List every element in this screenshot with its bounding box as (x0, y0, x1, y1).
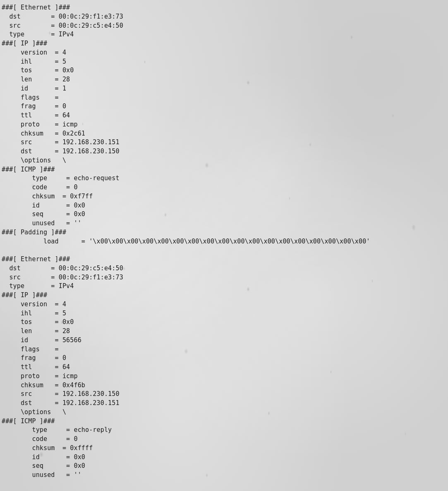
ip2-tos-value: 0x0 (62, 318, 74, 326)
eth1-type-label: type (9, 31, 24, 38)
eth1-dst-label: dst (9, 13, 21, 20)
eth1-dst-value: 00:0c:29:f1:e3:73 (59, 13, 123, 20)
icmp1-code-label: code (32, 184, 47, 191)
ip1-id-label: id (21, 85, 28, 92)
icmp1-chksum-label: chksum (32, 193, 55, 200)
ip2-len-value: 28 (62, 327, 70, 335)
eth2-type-value: IPv4 (59, 282, 74, 290)
icmp1-id-label: id (32, 202, 39, 209)
padding1-header: ###[ Padding ]### (2, 229, 66, 236)
ip2-chksum-label: chksum (21, 381, 43, 389)
ip2-dst-label: dst (21, 399, 32, 407)
eth2-dst-label: dst (9, 265, 21, 272)
ip2-options-label: \options (21, 408, 51, 416)
eth1-src-value: 00:0c:29:c5:e4:50 (59, 22, 123, 29)
ip1-version-value: 4 (62, 49, 66, 56)
icmp2-code-label: code (32, 435, 47, 443)
ip2-ttl-value: 64 (62, 363, 70, 371)
ip2-proto-value: icmp (62, 372, 78, 380)
eth1-header: ###[ Ethernet ]### (2, 4, 70, 11)
ip1-header: ###[ IP ]### (2, 40, 47, 47)
ip1-options-value: \ (62, 157, 66, 164)
icmp2-chksum-label: chksum (32, 444, 55, 452)
ip2-version-value: 4 (62, 300, 66, 308)
icmp2-seq-label: seq (32, 462, 43, 470)
eth2-header: ###[ Ethernet ]### (2, 255, 70, 263)
padding1-load-label: load (43, 238, 59, 245)
icmp1-id-value: 0x0 (74, 202, 85, 209)
eth2-src-label: src (9, 274, 21, 281)
ip1-chksum-value: 0x2c61 (62, 130, 85, 137)
ip1-options-label: \options (21, 157, 51, 164)
ip2-options-value: \ (62, 408, 66, 416)
ip2-src-value: 192.168.230.150 (62, 390, 120, 398)
eth2-type-label: type (9, 282, 24, 290)
icmp1-unused-label: unused (32, 219, 55, 227)
ip1-len-value: 28 (62, 76, 70, 83)
ip1-len-label: len (21, 76, 32, 83)
ip2-frag-value: 0 (62, 354, 66, 362)
icmp2-id-value: 0x0 (74, 453, 85, 461)
icmp1-type-value: echo-request (74, 174, 119, 182)
icmp1-seq-value: 0x0 (74, 210, 85, 218)
ip2-version-label: version (21, 300, 47, 308)
icmp1-code-value: 0 (74, 184, 77, 191)
ip1-version-label: version (21, 49, 47, 56)
ip2-header: ###[ IP ]### (2, 291, 47, 299)
eth2-src-value: 00:0c:29:f1:e3:73 (59, 274, 123, 281)
icmp2-type-label: type (32, 426, 47, 434)
ip1-chksum-label: chksum (21, 130, 43, 137)
icmp1-chksum-value: 0xf7ff (70, 193, 93, 200)
ip2-id-label: id (21, 336, 28, 344)
icmp1-seq-label: seq (32, 210, 43, 218)
ip1-dst-label: dst (21, 148, 32, 155)
eth1-src-label: src (9, 22, 21, 29)
ip1-proto-label: proto (21, 121, 40, 128)
ip2-id-value: 56566 (62, 336, 81, 344)
ip2-chksum-value: 0x4f6b (62, 381, 85, 389)
icmp2-header: ###[ ICMP ]### (2, 417, 55, 425)
icmp1-header: ###[ ICMP ]### (2, 166, 55, 173)
eth1-type-value: IPv4 (59, 31, 74, 38)
icmp2-type-value: echo-reply (74, 426, 112, 434)
icmp2-code-value: 0 (74, 435, 77, 443)
ip2-ttl-label: ttl (21, 363, 32, 371)
ip1-dst-value: 192.168.230.150 (62, 148, 120, 155)
ip2-len-label: len (21, 327, 32, 335)
eth2-dst-value: 00:0c:29:c5:e4:50 (59, 265, 123, 272)
ip1-ttl-value: 64 (62, 112, 70, 119)
ip1-tos-value: 0x0 (62, 67, 74, 74)
ip1-ttl-label: ttl (21, 112, 32, 119)
ip1-frag-value: 0 (62, 102, 66, 110)
ip1-frag-label: frag (21, 102, 36, 110)
ip1-src-label: src (21, 138, 32, 146)
ip1-ihl-value: 5 (62, 58, 66, 65)
ip2-src-label: src (21, 390, 32, 398)
ip1-tos-label: tos (21, 67, 32, 74)
icmp2-id-label: id (32, 453, 39, 461)
icmp2-unused-value: '' (74, 471, 81, 479)
icmp1-unused-value: '' (74, 219, 81, 227)
ip1-ihl-label: ihl (21, 58, 32, 65)
ip2-frag-label: frag (21, 354, 36, 362)
ip2-ihl-value: 5 (62, 310, 66, 317)
ip2-flags-label: flags (21, 346, 40, 353)
ip2-flags-value: = (55, 346, 59, 353)
ip2-tos-label: tos (21, 318, 32, 326)
ip1-proto-value: icmp (62, 121, 78, 128)
packet-dump: ###[ Ethernet ]### dst = 00:0c:29:f1:e3:… (2, 3, 446, 480)
icmp2-seq-value: 0x0 (74, 462, 85, 470)
ip1-id-value: 1 (62, 85, 66, 92)
ip2-ihl-label: ihl (21, 310, 32, 317)
icmp2-unused-label: unused (32, 471, 55, 479)
ip2-dst-value: 192.168.230.151 (62, 399, 120, 407)
icmp2-chksum-value: 0xffff (70, 444, 93, 452)
ip1-flags-value: = (55, 94, 59, 101)
padding1-load-value: = '\x00\x00\x00\x00\x00\x00\x00\x00\x00\… (81, 238, 370, 245)
ip1-src-value: 192.168.230.151 (62, 138, 120, 146)
icmp1-type-label: type (32, 174, 47, 182)
ip2-proto-label: proto (21, 372, 40, 380)
ip1-flags-label: flags (21, 94, 40, 101)
